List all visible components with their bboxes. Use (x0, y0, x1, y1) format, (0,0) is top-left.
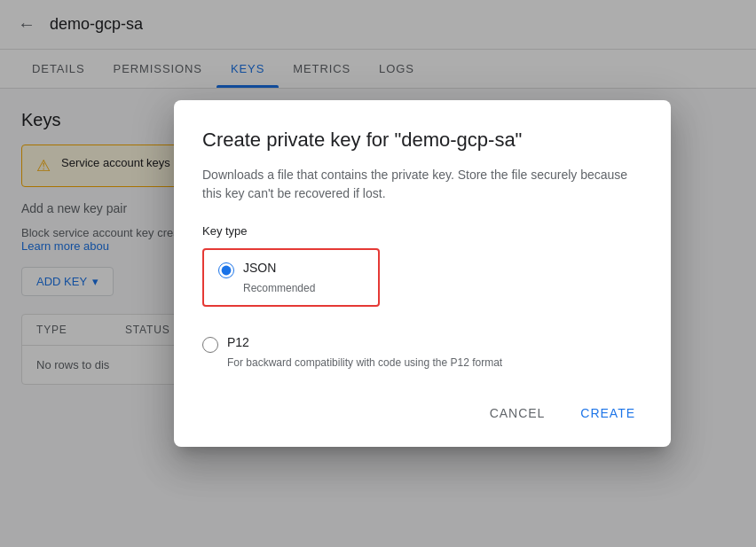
json-label: JSON (243, 261, 276, 275)
dialog-title: Create private key for "demo-gcp-sa" (202, 129, 642, 152)
p12-sublabel: For backward compatibility with code usi… (227, 356, 642, 369)
key-type-box: JSON Recommended (202, 248, 380, 307)
dialog-actions: CANCEL CREATE (174, 383, 671, 447)
dialog-content: Create private key for "demo-gcp-sa" Dow… (174, 100, 671, 383)
create-key-dialog: Create private key for "demo-gcp-sa" Dow… (174, 100, 671, 447)
p12-label: P12 (227, 335, 249, 349)
create-button[interactable]: CREATE (566, 397, 650, 429)
key-type-label: Key type (202, 224, 642, 238)
dialog-description: Downloads a file that contains the priva… (202, 166, 642, 203)
page-background: ← demo-gcp-sa DETAILS PERMISSIONS KEYS M… (0, 0, 756, 547)
json-radio[interactable] (218, 262, 234, 278)
p12-option[interactable]: P12 For backward compatibility with code… (202, 335, 642, 369)
cancel-button[interactable]: CANCEL (476, 397, 560, 429)
p12-radio-row[interactable]: P12 (202, 335, 642, 353)
modal-overlay: Create private key for "demo-gcp-sa" Dow… (0, 0, 756, 547)
p12-radio[interactable] (202, 337, 218, 353)
json-option[interactable]: JSON (218, 261, 364, 278)
json-sublabel: Recommended (243, 282, 364, 294)
